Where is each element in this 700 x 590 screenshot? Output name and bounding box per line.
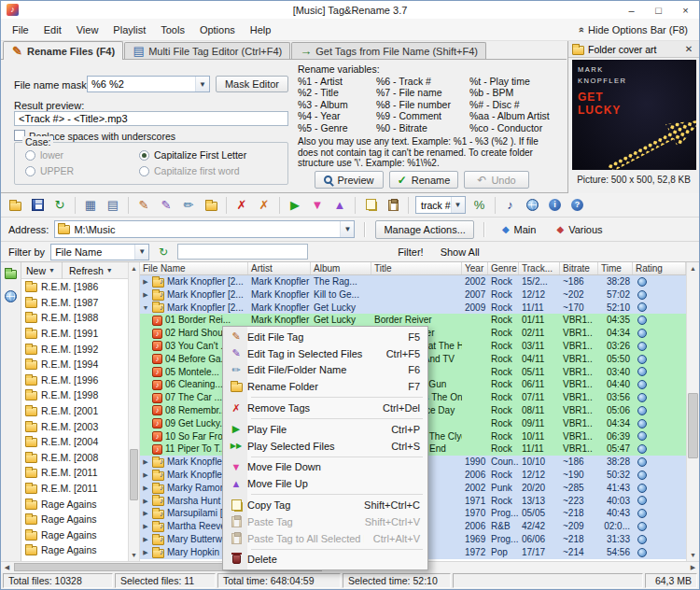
menu-options[interactable]: Options bbox=[192, 22, 243, 37]
tree-folder-item[interactable]: R.E.M. [1988 bbox=[21, 310, 128, 326]
help-button[interactable]: ? bbox=[567, 195, 588, 216]
mask-combo[interactable]: %6 %2 ▼ bbox=[87, 76, 210, 92]
folder-row[interactable]: ▶Mark Knopfler [2...Mark KnopflerKill to… bbox=[140, 288, 686, 302]
column-header-genre[interactable]: Genre bbox=[488, 262, 519, 274]
menu-item-edit-tag-in-selected-files[interactable]: ✎Edit Tag in Selected FilesCtrl+F5 bbox=[225, 345, 426, 362]
play-file-button[interactable]: ▶ bbox=[285, 195, 305, 216]
refresh-button[interactable]: ↻ bbox=[49, 195, 70, 216]
tree-folder-item[interactable]: R.E.M. [2001 bbox=[21, 403, 128, 419]
menu-item-rename-folder[interactable]: Rename FolderF7 bbox=[225, 378, 426, 395]
mask-editor-button[interactable]: Mask Editor bbox=[216, 76, 288, 92]
maximize-button[interactable]: □ bbox=[645, 1, 672, 19]
edit-file-tag-button[interactable]: ✎ bbox=[133, 195, 154, 216]
menu-edit[interactable]: Edit bbox=[36, 22, 69, 37]
expander-icon[interactable]: ▶ bbox=[142, 275, 149, 288]
tree-folder-item[interactable]: R.E.M. [1991 bbox=[21, 326, 128, 342]
tree-folder-item[interactable]: R.E.M. [1992 bbox=[21, 341, 128, 357]
tab-multi-file-tag-editor[interactable]: ▤Multi File Tag Editor (Ctrl+F4) bbox=[124, 42, 290, 59]
copy-tag-button[interactable] bbox=[360, 195, 381, 216]
menu-item-play-file[interactable]: ▶Play FileCtrl+P bbox=[225, 421, 426, 438]
hide-options-bar-button[interactable]: » Hide Options Bar (F8) bbox=[578, 24, 695, 35]
tree-folder-item[interactable]: Rage Agains bbox=[21, 542, 128, 558]
expander-icon[interactable]: ▶ bbox=[142, 533, 149, 546]
expander-icon[interactable]: ▶ bbox=[142, 469, 149, 482]
column-header-title[interactable]: Title bbox=[371, 262, 462, 274]
tree-folder-item[interactable]: R.E.M. [1998 bbox=[21, 387, 128, 403]
column-header-artist[interactable]: Artist bbox=[248, 262, 311, 274]
toolbar-gripper[interactable] bbox=[483, 222, 485, 237]
tree-folder-item[interactable]: R.E.M. [1996 bbox=[21, 372, 128, 388]
menu-item-move-file-up[interactable]: ▲Move File Up bbox=[225, 475, 426, 492]
menu-item-delete[interactable]: Delete bbox=[225, 552, 426, 569]
scroll-right-icon[interactable]: ▶ bbox=[687, 562, 699, 572]
expander-icon[interactable]: ▶ bbox=[142, 520, 149, 533]
menu-file[interactable]: File bbox=[5, 22, 36, 37]
manage-actions-button[interactable]: Manage Actions... bbox=[375, 220, 473, 239]
tree-folder-item[interactable]: R.E.M. [1994 bbox=[21, 357, 128, 372]
grid-view-button[interactable]: ▦ bbox=[80, 195, 101, 216]
playlist-button[interactable]: ♪ bbox=[500, 195, 521, 216]
filter-input[interactable] bbox=[177, 244, 308, 260]
tree-scrollbar[interactable]: ▲ ▼ bbox=[128, 262, 140, 561]
tree-folder-item[interactable]: R.E.M. [1986 bbox=[21, 279, 128, 295]
filter-button[interactable]: Filter! bbox=[392, 245, 429, 260]
expander-icon[interactable]: ▶ bbox=[142, 507, 149, 520]
column-header-rating[interactable]: Rating bbox=[633, 262, 686, 274]
scroll-left-icon[interactable]: ◀ bbox=[1, 562, 13, 572]
column-header-time[interactable]: Time bbox=[598, 262, 633, 274]
tree-folder-item[interactable]: R.E.M. [2008 bbox=[21, 450, 128, 466]
column-header-bitrate[interactable]: Bitrate bbox=[560, 262, 598, 274]
menu-item-move-file-down[interactable]: ▼Move File Down bbox=[225, 459, 426, 476]
expander-icon[interactable]: ▶ bbox=[142, 495, 149, 508]
track-number-combo[interactable]: track #▼ bbox=[415, 196, 466, 214]
edit-file-name-button[interactable]: ✏ bbox=[178, 195, 199, 216]
various-action-button[interactable]: ◆ Various bbox=[549, 221, 609, 238]
result-preview-field[interactable]: <Track #> - <Title>.mp3 bbox=[14, 111, 288, 126]
minimize-button[interactable]: – bbox=[618, 1, 645, 19]
dropdown-arrow-icon[interactable]: ▼ bbox=[134, 245, 148, 260]
tree-folder-item[interactable]: R.E.M. [2011 bbox=[21, 465, 128, 481]
show-all-button[interactable]: Show All bbox=[435, 245, 485, 260]
move-file-down-button[interactable]: ▼ bbox=[307, 195, 328, 216]
case-option-capitalize-first-word[interactable]: Capitalize first word bbox=[139, 165, 240, 176]
remove-tag-v1-button[interactable]: ✗ bbox=[231, 195, 252, 216]
rename-folder-button[interactable] bbox=[201, 195, 221, 216]
dropdown-arrow-icon[interactable]: ▼ bbox=[340, 221, 354, 237]
scrollbar-thumb[interactable] bbox=[688, 393, 698, 458]
menu-item-copy-tag[interactable]: Copy TagShift+Ctrl+C bbox=[225, 497, 426, 513]
web-search-button[interactable] bbox=[523, 195, 543, 216]
tree-folder-item[interactable]: R.E.M. [2004 bbox=[21, 434, 128, 450]
toolbar-gripper[interactable] bbox=[364, 222, 366, 237]
tree-folder-item[interactable]: R.E.M. [2003 bbox=[21, 418, 128, 434]
remove-tag-v2-button[interactable]: ✗ bbox=[254, 195, 274, 216]
expander-icon[interactable]: ▶ bbox=[142, 456, 149, 469]
info-button[interactable]: i bbox=[545, 195, 566, 216]
scroll-down-icon[interactable]: ▼ bbox=[687, 549, 699, 561]
tree-refresh-button[interactable]: Refresh▼ bbox=[66, 264, 116, 277]
folder-row[interactable]: ▼Mark Knopfler [2...Mark KnopflerGet Luc… bbox=[140, 302, 686, 315]
folder-row[interactable]: ▶Mark Knopfler [2...Mark KnopflerThe Rag… bbox=[140, 275, 686, 288]
case-option-capitalize-first-letter[interactable]: Capitalize First Letter bbox=[139, 149, 246, 161]
column-header-album[interactable]: Album bbox=[311, 262, 371, 274]
column-header-track[interactable]: Track... bbox=[519, 262, 560, 274]
expander-icon[interactable]: ▶ bbox=[142, 288, 149, 302]
edit-selected-tags-button[interactable]: ✎ bbox=[156, 195, 176, 216]
menu-item-paste-tag-to-all-selected-files[interactable]: Paste Tag to All Selected FilesCtrl+Alt+… bbox=[225, 530, 426, 547]
address-combo[interactable]: M:\Music ▼ bbox=[54, 220, 355, 238]
close-button[interactable]: × bbox=[672, 1, 699, 19]
case-option-lower[interactable]: lower bbox=[25, 149, 63, 161]
open-folder-button[interactable] bbox=[5, 195, 25, 216]
menu-playlist[interactable]: Playlist bbox=[105, 22, 153, 37]
column-header-year[interactable]: Year bbox=[462, 262, 488, 274]
menu-item-edit-file-folder-name[interactable]: ✏Edit File/Folder NameF6 bbox=[225, 362, 426, 379]
scrollbar-thumb[interactable] bbox=[130, 449, 138, 500]
menu-item-paste-tag[interactable]: Paste TagShift+Ctrl+V bbox=[225, 513, 426, 530]
new-folder-button[interactable]: New▼ bbox=[23, 264, 58, 277]
undo-button[interactable]: ↶ Undo bbox=[464, 171, 529, 189]
tree-folder-item[interactable]: Rage Agains bbox=[21, 512, 128, 527]
details-view-button[interactable]: ▤ bbox=[103, 195, 123, 216]
rename-button[interactable]: ✓ Rename bbox=[389, 171, 458, 189]
paste-tag-button[interactable] bbox=[383, 195, 403, 216]
network-view-icon[interactable] bbox=[5, 290, 17, 302]
filter-field-combo[interactable]: File Name ▼ bbox=[50, 244, 149, 260]
